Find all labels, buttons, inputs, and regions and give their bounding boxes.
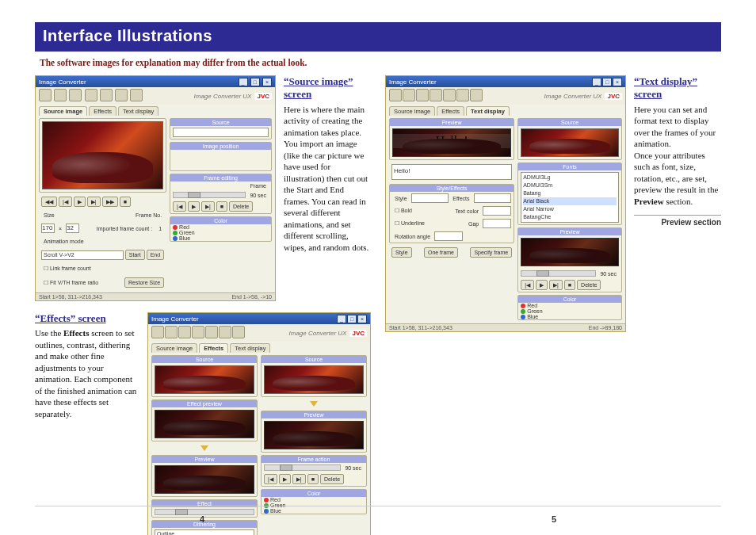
effects-heading[interactable]: “Effects” screen xyxy=(35,312,139,325)
radio-blue[interactable]: Blue xyxy=(518,314,621,319)
close-icon[interactable]: × xyxy=(613,78,622,86)
text-heading[interactable]: “Text display” screen xyxy=(634,75,721,101)
last-button[interactable]: ▶▶ xyxy=(102,197,118,207)
stop-button-2[interactable]: ■ xyxy=(216,201,227,212)
radio-red[interactable]: Red xyxy=(518,303,621,308)
tab-text[interactable]: Text display xyxy=(466,106,510,116)
gap-select[interactable] xyxy=(483,219,511,228)
close-icon[interactable]: × xyxy=(357,315,367,323)
toolbar-icon[interactable] xyxy=(85,89,97,101)
preview-thumb[interactable] xyxy=(155,465,254,494)
restore-size-button[interactable]: Restore Size xyxy=(124,277,164,288)
toolbar-icon[interactable] xyxy=(416,89,429,101)
next-button[interactable]: ▶| xyxy=(87,197,101,207)
toolbar-icon[interactable] xyxy=(205,326,218,338)
font-item[interactable]: Arial Black xyxy=(523,197,617,205)
preview-scroll[interactable] xyxy=(521,270,596,277)
toolbar-icon[interactable] xyxy=(54,89,67,101)
toolbar-icon[interactable] xyxy=(219,326,231,338)
font-item[interactable]: Book Antiqua xyxy=(523,221,617,223)
play-button-2[interactable]: ▶ xyxy=(188,201,200,212)
minimize-icon[interactable]: _ xyxy=(239,78,248,86)
font-item[interactable]: ADMUI3Lg xyxy=(523,174,617,182)
delete-button[interactable]: Delete xyxy=(229,201,253,212)
toolbar-icon[interactable] xyxy=(456,89,469,101)
toolbar-icon[interactable] xyxy=(470,89,483,101)
size-field-1[interactable]: 170 xyxy=(41,224,55,233)
anim-mode-select[interactable]: Scroll V->V2 xyxy=(41,250,124,260)
prev-button[interactable]: |◀ xyxy=(59,197,72,207)
source-heading[interactable]: “Source image” screen xyxy=(284,75,371,101)
right-source-thumb[interactable] xyxy=(264,365,364,394)
toolbar-icon[interactable] xyxy=(100,89,113,101)
toolbar-icon[interactable] xyxy=(151,326,164,338)
radio-red[interactable]: Red xyxy=(170,224,271,230)
text-input[interactable]: Hello! xyxy=(391,164,512,180)
radio-blue[interactable]: Blue xyxy=(262,508,366,514)
underline-check[interactable]: ☐ Underline xyxy=(392,220,427,227)
toolbar-icon[interactable] xyxy=(39,89,52,101)
minimize-icon[interactable]: _ xyxy=(337,315,346,323)
textcolor-select[interactable] xyxy=(483,206,511,216)
tab-effects[interactable]: Effects xyxy=(199,343,228,353)
tab-effects[interactable]: Effects xyxy=(437,106,464,116)
rotation-field[interactable] xyxy=(434,231,463,241)
toolbar-icon[interactable] xyxy=(178,326,191,338)
play-button-4[interactable]: ▶ xyxy=(536,280,548,290)
source-file-field[interactable] xyxy=(173,128,269,137)
tab-source[interactable]: Source image xyxy=(389,106,435,116)
delete-button-3[interactable]: Delete xyxy=(577,280,601,290)
radio-green[interactable]: Green xyxy=(518,308,621,314)
fonts-listbox[interactable]: ADMUI3Lg ADMUI3Sm Batang Arial Black Ari… xyxy=(521,172,619,223)
text-preview-thumb[interactable] xyxy=(521,238,619,266)
radio-green[interactable]: Green xyxy=(170,230,271,235)
end-button[interactable]: End xyxy=(147,250,164,260)
toolbar-icon[interactable] xyxy=(165,326,178,338)
toolbar-icon[interactable] xyxy=(232,326,245,338)
font-item[interactable]: ADMUI3Sm xyxy=(523,182,617,189)
radio-red[interactable]: Red xyxy=(262,497,366,503)
effect-preview-thumb[interactable] xyxy=(155,410,254,438)
maximize-icon[interactable]: □ xyxy=(347,315,357,323)
hello-preview[interactable]: Hello! xyxy=(392,128,511,157)
minimize-icon[interactable]: _ xyxy=(592,78,601,86)
stop-button[interactable]: ■ xyxy=(120,197,131,207)
toolbar-icon[interactable] xyxy=(192,326,204,338)
delete-button-2[interactable]: Delete xyxy=(320,474,344,484)
tab-text[interactable]: Text display xyxy=(118,106,158,116)
source-image-thumb[interactable] xyxy=(42,121,163,189)
toolbar-icon[interactable] xyxy=(430,89,442,101)
one-frame-button[interactable]: One frame xyxy=(424,247,458,258)
toolbar-icon[interactable] xyxy=(69,89,82,101)
tab-source[interactable]: Source image xyxy=(39,106,87,116)
toolbar-icon[interactable] xyxy=(403,89,415,101)
effects-source-thumb[interactable] xyxy=(155,365,254,394)
style-select[interactable] xyxy=(411,193,449,203)
start-button[interactable]: Start xyxy=(125,250,145,260)
stop-button-3[interactable]: ■ xyxy=(307,474,319,484)
first-button[interactable]: ◀◀ xyxy=(41,197,57,207)
toolbar-icon[interactable] xyxy=(389,89,402,101)
next-button-3[interactable]: ▶| xyxy=(292,474,306,484)
prev-button-3[interactable]: |◀ xyxy=(264,474,277,484)
prev-button-4[interactable]: |◀ xyxy=(521,280,534,290)
font-item[interactable]: Batang xyxy=(523,189,617,197)
specify-frame-button[interactable]: Specify frame xyxy=(470,247,512,258)
maximize-icon[interactable]: □ xyxy=(250,78,260,86)
toolbar-icon[interactable] xyxy=(130,89,143,101)
play-button-3[interactable]: ▶ xyxy=(279,474,291,484)
tab-text[interactable]: Text display xyxy=(230,343,270,353)
text-source-thumb[interactable] xyxy=(521,128,619,157)
next-button-4[interactable]: ▶| xyxy=(549,280,563,290)
toolbar-icon[interactable] xyxy=(115,89,128,101)
close-icon[interactable]: × xyxy=(262,78,272,86)
bold-check[interactable]: ☐ Bold xyxy=(392,208,414,214)
play-button[interactable]: ▶ xyxy=(74,197,86,207)
tab-effects[interactable]: Effects xyxy=(89,106,116,116)
frame-action-scroll[interactable] xyxy=(264,464,341,471)
frame-scroll[interactable] xyxy=(173,192,246,198)
size-field-2[interactable]: 32 xyxy=(66,224,79,233)
effects-select[interactable] xyxy=(474,193,512,203)
radio-blue[interactable]: Blue xyxy=(170,235,271,241)
toolbar-icon[interactable] xyxy=(443,89,456,101)
